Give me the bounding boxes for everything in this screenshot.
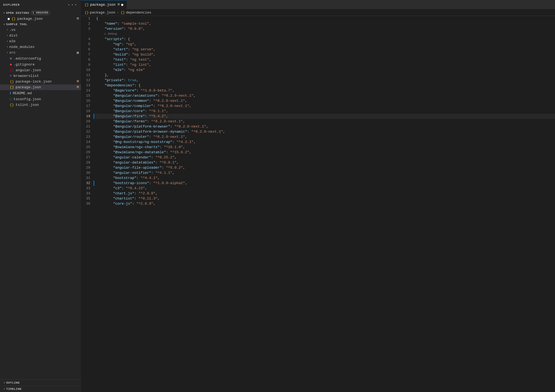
browserslist-icon: ≡ bbox=[10, 74, 12, 78]
line-num-8: 8 bbox=[83, 57, 90, 62]
line-num-20: 20 bbox=[83, 119, 90, 124]
modified-badge: M bbox=[75, 17, 79, 21]
package-lock-name: package-lock.json bbox=[16, 80, 75, 84]
code-line-10: "e2e": "ng e2e" bbox=[95, 67, 555, 73]
line-num-24: 24 bbox=[83, 139, 90, 145]
code-line-25: "@swimlane/ngx-charts": "^10.1.0", bbox=[95, 145, 555, 150]
timeline-chevron: › bbox=[3, 387, 5, 391]
code-line-23: "@angular/router": "^8.2.0-next.1", bbox=[95, 134, 555, 139]
explorer-label: Explorer bbox=[3, 3, 20, 6]
folder-vs-name: .vs bbox=[9, 28, 15, 32]
line-num-5: 5 bbox=[83, 42, 90, 47]
line-num-16: 16 bbox=[83, 98, 90, 103]
code-line-20: "@angular/forms": "^8.2.0-next.1", bbox=[95, 119, 555, 124]
outline-section[interactable]: › OUTLINE bbox=[0, 380, 81, 386]
code-line-15: "@angular/animations": "^8.2.0-next.1", bbox=[95, 93, 555, 98]
line-num-29: 29 bbox=[83, 165, 90, 170]
src-modified-dot bbox=[77, 52, 79, 54]
code-line-18: "@angular/core": "^8.1.1", bbox=[95, 109, 555, 114]
open-editors-header[interactable]: ▾ Open Editors 1 unsaved bbox=[0, 10, 81, 16]
tab-package-json[interactable]: {} package.json M bbox=[81, 0, 127, 9]
code-line-5: "ng": "ng", bbox=[95, 42, 555, 47]
browserslist-name: browserslist bbox=[14, 74, 79, 78]
tslint-name: tslint.json bbox=[16, 103, 79, 107]
line-num-25: 25 bbox=[83, 145, 90, 150]
line-num-4: 4 bbox=[83, 37, 90, 42]
line-num-19: 19 bbox=[83, 114, 90, 119]
timeline-section[interactable]: › TIMELINE bbox=[0, 386, 81, 392]
code-line-16: "@angular/common": "^8.2.0-next.1", bbox=[95, 98, 555, 103]
file-readme[interactable]: ℹ README.md bbox=[0, 90, 81, 96]
tsconfig-name: tsconfig.json bbox=[14, 97, 79, 101]
folder-dist-name: dist bbox=[9, 34, 18, 38]
open-editors-label: Open Editors bbox=[6, 11, 29, 15]
line-num-21: 21 bbox=[83, 124, 90, 129]
code-line-27: "angular-calendar": "^0.25.2", bbox=[95, 155, 555, 160]
line-num-12: 12 bbox=[83, 78, 90, 83]
explorer-menu-button[interactable]: ··· bbox=[67, 2, 78, 8]
editor-area: {} package.json M {} package.json › {} d… bbox=[81, 0, 555, 392]
code-line-34: "chart.js": "^2.8.0", bbox=[95, 191, 555, 196]
code-content[interactable]: { "name": "sample-tool", "version": "0.0… bbox=[95, 16, 555, 392]
breadcrumb-section: dependencies bbox=[126, 11, 151, 15]
line-num-32: 32 bbox=[83, 181, 90, 186]
code-editor[interactable]: 1 2 3 4 5 6 7 8 9 10 11 12 13 14 15 16 1… bbox=[81, 16, 555, 392]
code-line-12: "private": true, bbox=[95, 78, 555, 83]
project-header[interactable]: ▾ SAMPLE TOOL bbox=[0, 22, 81, 27]
folder-src[interactable]: › src bbox=[0, 50, 81, 55]
file-package-lock-json[interactable]: {} package-lock.json M bbox=[0, 79, 81, 84]
folder-node-modules[interactable]: › node_modules bbox=[0, 44, 81, 50]
code-line-1: { bbox=[95, 16, 555, 21]
file-tslint[interactable]: {} tslint.json bbox=[0, 102, 81, 108]
tab-name: package.json bbox=[90, 3, 116, 7]
project-label: SAMPLE TOOL bbox=[6, 23, 27, 26]
code-line-11: }, bbox=[95, 73, 555, 78]
package-json-modified: M bbox=[75, 85, 79, 89]
line-num-3b bbox=[83, 31, 90, 37]
code-line-35: "chartist": "^0.11.3", bbox=[95, 196, 555, 201]
line-num-15: 15 bbox=[83, 93, 90, 98]
line-marker-19 bbox=[93, 114, 94, 119]
folder-dist[interactable]: › dist bbox=[0, 33, 81, 38]
folder-src-chevron: › bbox=[7, 51, 8, 54]
tsconfig-icon: ☐ bbox=[10, 97, 12, 101]
package-json-name: package.json bbox=[16, 85, 75, 89]
line-num-14: 14 bbox=[83, 88, 90, 93]
line-num-33: 33 bbox=[83, 186, 90, 191]
code-line-13: "dependencies": { bbox=[95, 83, 555, 88]
open-editors-chevron: ▾ bbox=[3, 11, 5, 15]
breadcrumb-icon1: {} bbox=[85, 11, 89, 15]
line-num-10: 10 bbox=[83, 67, 90, 73]
file-angular-json[interactable]: {} angular.json bbox=[0, 67, 81, 73]
tab-modified-m: M bbox=[118, 3, 120, 7]
breadcrumb: {} package.json › {} dependencies bbox=[81, 9, 555, 16]
file-tsconfig[interactable]: ☐ tsconfig.json bbox=[0, 96, 81, 102]
file-name-package-json: package.json bbox=[17, 17, 75, 21]
breadcrumb-sep: › bbox=[117, 11, 119, 15]
gitignore-name: .gitignore bbox=[14, 63, 79, 67]
file-editorconfig[interactable]: ⚙ .editorconfig bbox=[0, 55, 81, 61]
folder-vs[interactable]: › .vs bbox=[0, 27, 81, 33]
code-line-32: "bootstrap-icons": "^1.0.0-alpha2", bbox=[95, 181, 555, 186]
line-num-17: 17 bbox=[83, 103, 90, 109]
code-line-7: "build": "ng build", bbox=[95, 52, 555, 57]
readme-name: README.md bbox=[13, 91, 79, 95]
code-line-9: "lint": "ng lint", bbox=[95, 62, 555, 67]
folder-e2e[interactable]: › e2e bbox=[0, 38, 81, 44]
timeline-label: TIMELINE bbox=[6, 387, 22, 391]
file-package-json[interactable]: {} package.json M bbox=[0, 84, 81, 90]
project-chevron: ▾ bbox=[3, 23, 5, 26]
readme-icon: ℹ bbox=[10, 91, 11, 95]
folder-node-modules-name: node_modules bbox=[9, 45, 35, 49]
line-num-18: 18 bbox=[83, 109, 90, 114]
line-num-35: 35 bbox=[83, 196, 90, 201]
line-num-26: 26 bbox=[83, 150, 90, 155]
open-editor-package-json[interactable]: {} package.json M bbox=[0, 16, 81, 22]
code-line-31: "bootstrap": "^4.4.1", bbox=[95, 175, 555, 181]
code-line-17: "@angular/compiler": "^8.2.0-next.1", bbox=[95, 103, 555, 109]
file-gitignore[interactable]: ◆ .gitignore bbox=[0, 61, 81, 67]
file-browserslist[interactable]: ≡ browserslist bbox=[0, 73, 81, 79]
code-line-3b: ▷ Debug bbox=[95, 31, 555, 37]
breadcrumb-icon2: {} bbox=[121, 11, 125, 15]
package-json-icon: {} bbox=[10, 85, 14, 89]
